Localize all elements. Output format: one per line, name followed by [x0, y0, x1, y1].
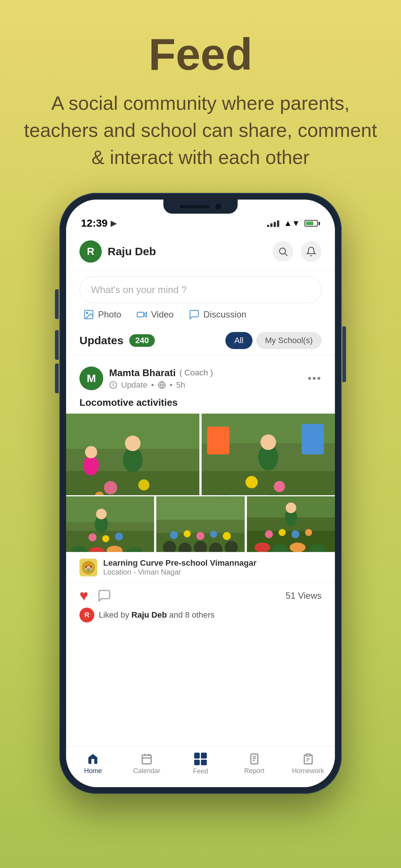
bell-icon: [306, 246, 316, 257]
notification-button[interactable]: [301, 241, 322, 262]
post-type: Update: [121, 380, 147, 390]
like-button[interactable]: ♥: [79, 587, 88, 604]
school-info: 🏫 Learning Curve Pre-school Vimannagar L…: [66, 552, 335, 582]
post-image-2: [202, 414, 335, 495]
svg-point-16: [125, 436, 141, 451]
svg-rect-49: [156, 496, 244, 520]
svg-rect-75: [142, 755, 151, 764]
discussion-action[interactable]: Discussion: [189, 309, 247, 320]
update-type-icon: [109, 381, 117, 389]
nav-calendar[interactable]: Calendar: [120, 753, 174, 781]
liked-by-text: Liked by Raju Deb and 8 others: [99, 610, 215, 620]
post-text: Locomotive activities: [66, 394, 335, 414]
filter-all-button[interactable]: All: [225, 332, 252, 349]
svg-point-69: [254, 543, 270, 552]
nav-report-label: Report: [244, 767, 264, 775]
post-author-avatar: M: [79, 366, 103, 390]
nav-report[interactable]: Report: [227, 753, 281, 781]
svg-point-12: [104, 481, 117, 494]
updates-label: Updates: [79, 334, 123, 347]
video-action[interactable]: Video: [136, 309, 174, 320]
svg-point-54: [223, 532, 231, 540]
nav-calendar-label: Calendar: [133, 767, 160, 775]
post-more-button[interactable]: •••: [307, 372, 322, 385]
nav-home[interactable]: Home: [66, 753, 120, 781]
svg-rect-25: [207, 427, 229, 455]
comment-button[interactable]: [97, 589, 111, 603]
svg-point-41: [102, 535, 109, 542]
post-actions: Photo Video: [79, 303, 322, 320]
nav-feed[interactable]: Feed: [174, 753, 228, 781]
post-author-info: Mamta Bharati ( Coach ) Update •: [109, 367, 213, 390]
liked-by-name: Raju Deb: [131, 610, 167, 619]
svg-point-15: [123, 448, 143, 472]
svg-point-42: [115, 533, 123, 540]
updates-count-badge: 240: [129, 334, 155, 347]
phone-notch: [163, 200, 238, 214]
svg-rect-83: [306, 754, 310, 756]
svg-point-51: [184, 530, 191, 537]
nav-feed-label: Feed: [193, 767, 208, 775]
post-input[interactable]: What's on your mind ?: [79, 276, 322, 303]
phone-frame: 12:39 ▶ ▲▼: [59, 193, 342, 794]
photo-action[interactable]: Photo: [83, 309, 121, 320]
svg-point-64: [286, 503, 296, 513]
home-icon: [87, 753, 99, 765]
image-row-bottom: [66, 496, 335, 552]
app-header: R Raju Deb: [66, 233, 335, 270]
post-footer: ♥ 51 Views R: [66, 582, 335, 628]
status-icons: ▲▼: [267, 218, 320, 228]
post-meta: Update • • 5h: [109, 380, 213, 390]
svg-point-27: [245, 476, 258, 489]
post-image-5: [247, 496, 335, 552]
school-name: Learning Curve Pre-school Vimannagar: [103, 558, 257, 568]
video-icon: [136, 309, 147, 320]
post-header: M Mamta Bharati ( Coach ): [66, 359, 335, 394]
svg-text:🏫: 🏫: [84, 563, 93, 572]
image-row-top: [66, 414, 335, 495]
svg-point-52: [196, 532, 204, 540]
svg-point-67: [291, 530, 299, 538]
svg-rect-23: [202, 471, 335, 495]
page-title: Feed: [22, 30, 379, 79]
location-icon: ▶: [111, 218, 117, 228]
nav-homework[interactable]: Homework: [281, 753, 335, 781]
svg-point-30: [261, 435, 276, 450]
page-subtitle: A social community where parents, teache…: [22, 90, 379, 171]
svg-point-0: [280, 248, 286, 254]
svg-point-17: [83, 456, 99, 476]
avatar: R: [79, 240, 102, 263]
svg-rect-26: [301, 424, 324, 454]
post-time: 5h: [176, 380, 185, 390]
school-logo: 🏫: [79, 559, 97, 576]
discussion-icon: [189, 309, 200, 320]
filter-school-button[interactable]: My School(s): [256, 332, 322, 349]
updates-left: Updates 240: [79, 334, 155, 347]
header-actions: [273, 241, 322, 262]
svg-point-3: [87, 312, 88, 314]
svg-rect-4: [137, 312, 144, 317]
post-image-grid: [66, 414, 335, 552]
phone-mockup: 12:39 ▶ ▲▼: [59, 193, 342, 794]
updates-header: Updates 240 All My School(s): [66, 325, 335, 355]
nav-home-label: Home: [84, 767, 102, 775]
camera: [215, 204, 221, 210]
svg-point-66: [278, 529, 286, 536]
filter-buttons: All My School(s): [225, 332, 322, 349]
search-button[interactable]: [273, 241, 293, 262]
svg-point-71: [290, 543, 306, 552]
svg-point-13: [138, 480, 149, 491]
wifi-icon: ▲▼: [284, 218, 300, 228]
post-card: M Mamta Bharati ( Coach ): [66, 359, 335, 628]
svg-point-18: [85, 446, 97, 458]
school-location: Location - Viman Nagar: [103, 568, 257, 576]
reaction-icons: ♥: [79, 587, 111, 604]
svg-point-68: [305, 529, 312, 536]
svg-rect-37: [66, 496, 154, 522]
grid-icon: [194, 753, 207, 765]
homework-icon: [302, 753, 314, 765]
views-count: 51 Views: [286, 591, 322, 601]
post-box: What's on your mind ? Photo: [66, 270, 335, 325]
liked-by-avatar: R: [79, 608, 94, 622]
globe-icon: [158, 381, 166, 389]
